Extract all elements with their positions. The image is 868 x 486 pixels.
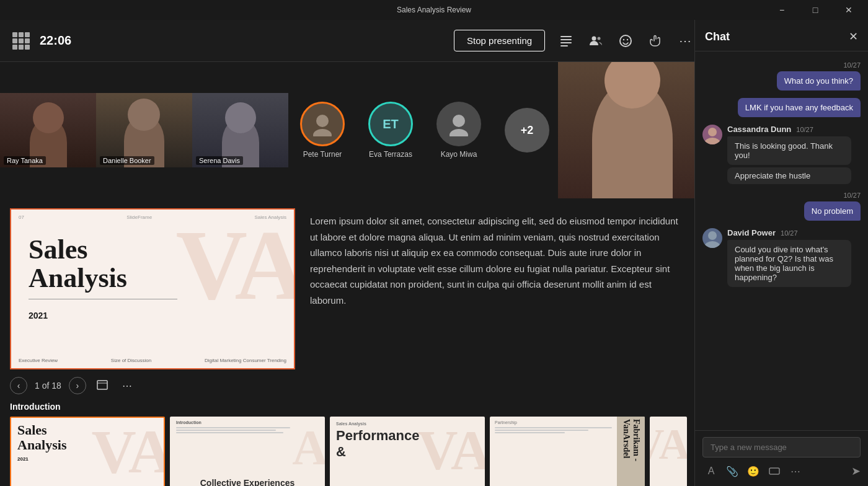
slide-content: 07 SlideFrame Sales Analysis SalesAnalys…	[11, 210, 294, 368]
chat-title: Chat	[705, 30, 730, 43]
slide-notes: Lorem ipsum dolor sit amet, consectetur …	[295, 208, 697, 369]
chat-message-self-3: 10/27 No problem	[804, 192, 861, 221]
stop-presenting-button[interactable]: Stop presenting	[454, 30, 545, 51]
grid-icon	[12, 32, 30, 50]
fullscreen-button[interactable]	[94, 377, 111, 394]
msg-bubble-1: What do you think?	[777, 71, 861, 91]
participant-eva-terrazas: ET Eva Terrazas	[356, 93, 425, 167]
slide-preview[interactable]: 07 SlideFrame Sales Analysis SalesAnalys…	[10, 208, 295, 369]
david-meta: David Power 10/27	[727, 228, 861, 237]
chat-message-self-1: 10/27 What do you think?	[777, 61, 861, 91]
svg-point-14	[313, 129, 332, 136]
svg-rect-1	[560, 39, 572, 40]
david-avatar	[702, 228, 722, 248]
slide-area: 07 SlideFrame Sales Analysis SalesAnalys…	[0, 198, 707, 374]
more-participants[interactable]: +2	[493, 93, 561, 167]
thumb-img-1[interactable]: SalesAnalysis 2021 VA Executive ReviewSi…	[10, 417, 165, 486]
thumbnail-4[interactable]: Partnership Fabrikam - VanArsdel 4	[490, 417, 645, 486]
slide-bottom-bar: Executive Review Size of Discussion Digi…	[19, 358, 286, 363]
prev-slide-button[interactable]: ‹	[10, 377, 27, 394]
svg-point-4	[592, 36, 596, 40]
participant-name-ray: Ray Tanaka	[4, 156, 46, 165]
participant-danielle-booker: Danielle Booker	[96, 93, 192, 167]
cassandra-body: Cassandra Dunn 10/27 This is looking goo…	[727, 125, 861, 184]
chat-panel: Chat ✕ 10/27 What do you think? LMK if y…	[694, 20, 868, 486]
pete-turner-name: Pete Turner	[303, 150, 342, 159]
thumbnail-3[interactable]: Sales Analysis Performance& VA 3	[330, 417, 485, 486]
pete-turner-avatar	[300, 102, 345, 146]
slide-year: 2021	[29, 311, 277, 320]
david-time: 10/27	[781, 229, 798, 237]
send-button[interactable]: ➤	[851, 464, 861, 478]
chat-header: Chat ✕	[695, 20, 868, 51]
svg-point-5	[598, 37, 601, 40]
thumbnail-5[interactable]: VA 5	[650, 417, 687, 486]
msg-bubble-3: No problem	[804, 201, 861, 221]
svg-point-15	[453, 115, 465, 127]
participant-ray-tanaka: Ray Tanaka	[0, 93, 96, 167]
chat-messages: 10/27 What do you think? LMK if you have…	[695, 51, 868, 430]
window-title: Sales Analysis Review	[397, 6, 471, 14]
title-bar: Sales Analysis Review − □ ✕	[0, 0, 868, 20]
msg-time-1: 10/27	[843, 61, 861, 69]
more-chat-options[interactable]: ⋯	[787, 462, 804, 480]
cassandra-avatar	[702, 125, 722, 144]
close-button[interactable]: ✕	[835, 0, 863, 20]
svg-point-13	[316, 115, 329, 127]
thumbnails-list: SalesAnalysis 2021 VA Executive ReviewSi…	[10, 417, 697, 486]
app-grid-button[interactable]	[10, 30, 32, 52]
kayo-miwa-name: Kayo Miwa	[441, 150, 477, 159]
thumb-img-2[interactable]: Introduction A Collective Experiences	[170, 417, 325, 486]
cassandra-msg-1: This is looking good. Thank you!	[727, 136, 851, 165]
kayo-miwa-avatar	[436, 102, 481, 146]
reactions-button[interactable]	[612, 27, 639, 55]
participant-name-danielle: Danielle Booker	[100, 156, 154, 165]
chat-toolbar: A 📎 🙂 ⋯ ➤	[702, 462, 861, 480]
thumb-img-3[interactable]: Sales Analysis Performance& VA	[330, 417, 485, 486]
svg-point-19	[708, 128, 717, 136]
svg-point-22	[704, 241, 720, 248]
svg-rect-3	[560, 45, 568, 46]
gif-button[interactable]	[766, 462, 783, 480]
thumbnail-section-label: Introduction	[10, 402, 697, 412]
chat-message-cassandra: Cassandra Dunn 10/27 This is looking goo…	[702, 125, 861, 184]
svg-point-7	[623, 38, 624, 40]
participants-list-button[interactable]	[552, 27, 580, 55]
maximize-button[interactable]: □	[801, 0, 830, 20]
participant-pete-turner: Pete Turner	[288, 93, 356, 167]
cassandra-meta: Cassandra Dunn 10/27	[727, 125, 861, 134]
thumbnail-1[interactable]: SalesAnalysis 2021 VA Executive ReviewSi…	[10, 417, 165, 486]
david-name: David Power	[727, 228, 776, 237]
featured-participant	[558, 62, 707, 198]
svg-point-20	[704, 138, 720, 144]
minimize-button[interactable]: −	[768, 0, 796, 20]
window-controls: − □ ✕	[768, 0, 863, 20]
thumbnail-2[interactable]: Introduction A Collective Experiences 2	[170, 417, 325, 486]
more-slide-options[interactable]: ⋯	[118, 377, 136, 394]
format-text-button[interactable]: A	[702, 462, 720, 480]
svg-rect-23	[769, 468, 779, 474]
slide-divider	[29, 299, 177, 299]
svg-rect-2	[560, 42, 572, 43]
msg-time-3: 10/27	[843, 192, 861, 199]
people-button[interactable]	[582, 27, 609, 55]
next-slide-button[interactable]: ›	[69, 377, 86, 394]
david-body: David Power 10/27 Could you dive into wh…	[727, 228, 861, 287]
slide-counter: 1 of 18	[35, 381, 61, 391]
svg-point-6	[620, 35, 631, 46]
attach-button[interactable]: 📎	[724, 462, 741, 480]
cassandra-time: 10/27	[796, 126, 813, 133]
chat-close-button[interactable]: ✕	[849, 30, 858, 43]
slide-navigation: ‹ 1 of 18 › ⋯	[0, 374, 707, 399]
svg-rect-17	[97, 381, 107, 389]
eva-terrazas-avatar: ET	[368, 102, 413, 146]
main-content: 07 SlideFrame Sales Analysis SalesAnalys…	[0, 198, 707, 486]
thumb-img-4[interactable]: Partnership Fabrikam - VanArsdel	[490, 417, 645, 486]
raise-hand-button[interactable]	[642, 27, 669, 55]
svg-point-8	[627, 38, 628, 40]
emoji-button[interactable]: 🙂	[745, 462, 762, 480]
participant-name-serena: Serena Davis	[196, 156, 243, 165]
chat-input[interactable]	[702, 437, 861, 457]
slide-title: SalesAnalysis	[29, 236, 277, 293]
participant-serena-davis: Serena Davis	[192, 93, 288, 167]
